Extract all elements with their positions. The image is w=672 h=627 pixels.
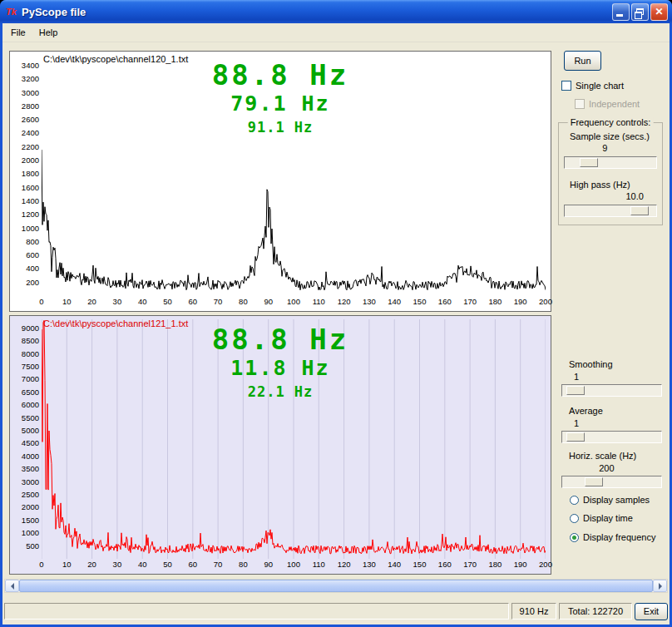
scroll-right-button[interactable]	[653, 580, 667, 592]
minimize-icon	[616, 10, 623, 17]
x-tick-label: 110	[309, 298, 328, 306]
menu-help[interactable]: Help	[32, 25, 65, 40]
x-tick-label: 80	[234, 298, 252, 306]
y-tick-label: 500	[12, 542, 39, 550]
y-tick-label: 1600	[12, 184, 39, 192]
frequency-controls-group: Frequency controls: Sample size (secs.) …	[558, 122, 663, 225]
x-tick-label: 90	[259, 560, 278, 569]
y-tick-label: 600	[12, 251, 39, 259]
y-tick-label: 2000	[12, 156, 39, 165]
scrollbar-thumb[interactable]	[19, 580, 653, 592]
y-tick-label: 1000	[12, 225, 39, 233]
menu-bar: File Help	[2, 23, 670, 42]
y-tick-label: 1400	[12, 197, 39, 205]
spectrum-chart-bottom: C:\dev\tk\pyscope\channel121_1.txt 88.8 …	[9, 315, 551, 575]
y-tick-label: 2500	[12, 491, 39, 499]
x-tick-label: 100	[284, 560, 303, 569]
horiz-scale-label: Horiz. scale (Hz)	[569, 451, 636, 461]
checkbox-label: Independent	[589, 99, 640, 109]
independent-checkbox[interactable]: Independent	[575, 99, 640, 109]
x-tick-label: 40	[133, 298, 151, 306]
close-button[interactable]: ✕	[650, 3, 668, 21]
horizontal-scrollbar[interactable]	[4, 579, 668, 593]
x-tick-label: 110	[309, 560, 328, 569]
maximize-button[interactable]	[631, 3, 649, 21]
x-tick-label: 10	[57, 298, 76, 306]
average-label: Average	[569, 406, 603, 416]
minimize-button[interactable]	[612, 3, 630, 21]
slider-thumb[interactable]	[585, 477, 603, 486]
scroll-left-button[interactable]	[5, 580, 19, 592]
y-tick-label: 1000	[12, 529, 39, 537]
radio-icon[interactable]	[570, 533, 579, 542]
x-tick-label: 20	[83, 560, 101, 569]
checkbox-icon[interactable]	[575, 99, 585, 109]
y-tick-label: 200	[12, 279, 39, 287]
app-window: Tk PyScope file ✕ File Help C:\dev\tk\py…	[0, 0, 672, 627]
x-tick-label: 180	[486, 298, 504, 306]
title-bar[interactable]: Tk PyScope file ✕	[0, 0, 672, 23]
x-tick-label: 120	[335, 560, 353, 569]
x-tick-label: 60	[184, 560, 202, 569]
average-slider[interactable]	[561, 431, 662, 443]
x-tick-label: 60	[184, 298, 202, 306]
high-pass-value: 10.0	[622, 191, 647, 201]
horiz-scale-slider[interactable]	[561, 476, 662, 488]
exit-button[interactable]: Exit	[635, 603, 668, 620]
x-tick-label: 160	[436, 560, 454, 569]
menu-file[interactable]: File	[4, 25, 32, 40]
group-label: Frequency controls:	[568, 117, 654, 127]
control-panel: Run Single chart Independent Frequency c…	[556, 51, 667, 576]
status-total: Total: 122720	[559, 603, 632, 620]
x-tick-label: 200	[536, 298, 555, 306]
slider-thumb[interactable]	[580, 158, 598, 167]
y-tick-label: 1800	[12, 170, 39, 178]
x-tick-label: 150	[411, 298, 429, 306]
tertiary-frequency-label: 22.1 Hz	[10, 383, 551, 400]
window-client-area: File Help C:\dev\tk\pyscope\channel120_1…	[2, 23, 670, 625]
sample-size-value: 9	[592, 143, 617, 153]
display-time-radio[interactable]: Display time	[570, 513, 633, 523]
slider-thumb[interactable]	[630, 206, 649, 215]
radio-icon[interactable]	[570, 496, 579, 505]
slider-thumb[interactable]	[566, 386, 585, 395]
display-frequency-radio[interactable]: Display frequency	[570, 532, 655, 542]
high-pass-slider[interactable]	[564, 205, 657, 217]
y-tick-label: 6000	[12, 401, 39, 409]
x-tick-label: 130	[360, 298, 378, 306]
secondary-frequency-label: 79.1 Hz	[10, 91, 551, 116]
x-tick-label: 10	[57, 560, 76, 569]
radio-label: Display time	[583, 513, 633, 523]
checkbox-icon[interactable]	[561, 81, 571, 91]
horiz-scale-value: 200	[594, 463, 619, 473]
run-button[interactable]: Run	[564, 51, 601, 71]
display-samples-radio[interactable]: Display samples	[570, 495, 650, 505]
spectrum-chart-top: C:\dev\tk\pyscope\channel120_1.txt 88.8 …	[9, 51, 551, 312]
status-bar: 910 Hz Total: 122720 Exit	[4, 600, 668, 622]
single-chart-checkbox[interactable]: Single chart	[561, 81, 624, 91]
y-tick-label: 800	[12, 238, 39, 246]
x-tick-label: 150	[411, 560, 429, 569]
x-tick-label: 50	[159, 560, 177, 569]
y-tick-label: 4000	[12, 452, 39, 461]
dominant-frequency-label: 88.8 Hz	[10, 323, 551, 356]
x-tick-label: 180	[486, 560, 504, 569]
radio-icon[interactable]	[570, 514, 579, 523]
x-tick-label: 90	[259, 298, 278, 306]
status-frequency: 910 Hz	[511, 603, 556, 620]
y-tick-label: 3500	[12, 465, 39, 473]
sample-size-slider[interactable]	[564, 156, 657, 169]
y-tick-label: 5000	[12, 427, 39, 435]
x-tick-label: 140	[385, 560, 403, 569]
smoothing-slider[interactable]	[561, 384, 662, 397]
window-title: PyScope file	[22, 6, 609, 18]
x-tick-label: 20	[83, 298, 101, 306]
x-tick-label: 30	[108, 560, 126, 569]
slider-thumb[interactable]	[566, 432, 585, 442]
sample-size-label: Sample size (secs.)	[570, 131, 650, 141]
restore-icon	[636, 8, 644, 15]
y-tick-label: 4500	[12, 439, 39, 447]
smoothing-value: 1	[564, 372, 589, 382]
x-tick-label: 200	[536, 560, 555, 569]
x-tick-label: 80	[234, 560, 252, 569]
